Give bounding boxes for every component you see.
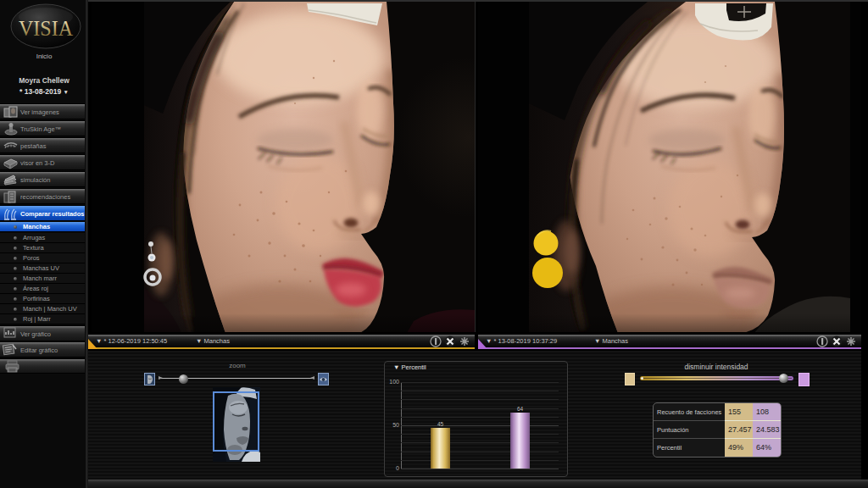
svg-text:VISIA: VISIA (19, 16, 73, 40)
